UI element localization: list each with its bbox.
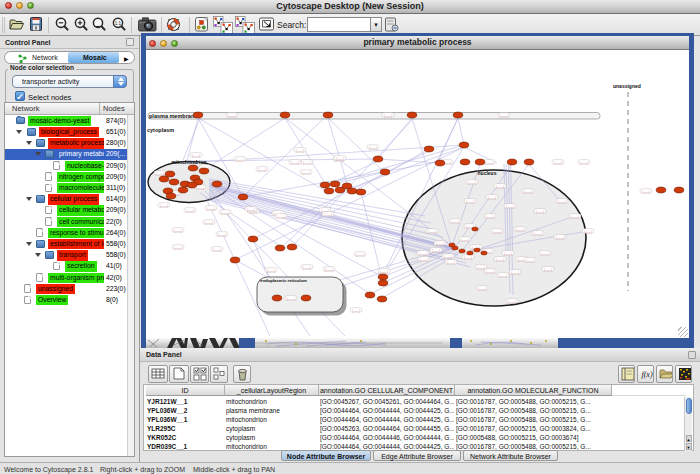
svg-text:(——): (——) [420, 258, 428, 262]
svg-text:(——): (——) [500, 114, 508, 118]
svg-text:(——): (——) [499, 274, 507, 278]
svg-text:(——): (——) [466, 200, 474, 204]
svg-text:(——): (——) [218, 233, 226, 237]
svg-text:(——): (——) [556, 236, 564, 240]
svg-text:(——): (——) [384, 114, 392, 118]
svg-text:(——): (——) [584, 230, 592, 234]
svg-text:(——): (——) [511, 271, 519, 275]
svg-text:(——): (——) [336, 157, 344, 161]
svg-text:(——): (——) [205, 221, 213, 225]
svg-text:(——): (——) [478, 287, 486, 291]
svg-text:(——): (——) [580, 161, 588, 165]
svg-text:(——): (——) [174, 229, 182, 233]
svg-text:unassigned: unassigned [613, 83, 641, 89]
svg-text:(——): (——) [369, 146, 377, 150]
svg-text:(——): (——) [516, 228, 524, 232]
svg-text:(——): (——) [642, 190, 650, 194]
svg-text:(——): (——) [325, 268, 333, 272]
svg-text:(——): (——) [493, 230, 501, 234]
svg-text:(——): (——) [156, 172, 164, 176]
svg-text:(——): (——) [544, 268, 552, 272]
svg-text:(——): (——) [464, 256, 472, 260]
svg-text:(——): (——) [236, 158, 244, 162]
svg-text:(——): (——) [352, 309, 360, 313]
svg-text:(——): (——) [302, 171, 310, 175]
svg-text:f(x): f(x) [641, 370, 652, 379]
svg-text:(——): (——) [380, 270, 388, 274]
svg-text:(——): (——) [291, 161, 299, 165]
svg-text:(——): (——) [554, 161, 562, 165]
svg-text:(——): (——) [571, 215, 579, 219]
svg-text:(——): (——) [524, 190, 532, 194]
svg-text:(——): (——) [444, 255, 452, 259]
svg-text:(——): (——) [428, 230, 436, 234]
svg-text:endoplasmic reticulum: endoplasmic reticulum [260, 278, 307, 283]
svg-text:(——): (——) [508, 300, 516, 304]
svg-text:(——): (——) [160, 204, 168, 208]
svg-text:(——): (——) [277, 215, 285, 219]
svg-text:(——): (——) [186, 209, 194, 213]
svg-text:(——): (——) [303, 161, 311, 165]
svg-text:(——): (——) [496, 258, 504, 262]
svg-text:(——): (——) [558, 200, 566, 204]
svg-text:(——): (——) [461, 238, 469, 242]
svg-text:(——): (——) [534, 232, 542, 236]
svg-text:(——): (——) [196, 186, 204, 190]
svg-text:(——): (——) [432, 249, 440, 253]
svg-text:(——): (——) [221, 211, 229, 215]
svg-text:(——): (——) [296, 149, 304, 153]
svg-text:(——): (——) [228, 114, 236, 118]
svg-text:(——): (——) [213, 248, 221, 252]
svg-text:cytoplasm: cytoplasm [147, 127, 174, 133]
svg-text:(——): (——) [287, 297, 295, 301]
svg-text:(——): (——) [451, 220, 459, 224]
svg-text:(——): (——) [192, 154, 200, 158]
svg-text:nucleus: nucleus [478, 170, 497, 176]
svg-text:(——): (——) [504, 252, 512, 256]
svg-text:(——): (——) [486, 270, 494, 274]
svg-text:(——): (——) [207, 207, 215, 211]
svg-text:(——): (——) [488, 196, 496, 200]
svg-text:mitochondrion: mitochondrion [172, 159, 207, 165]
svg-text:(——): (——) [356, 253, 364, 257]
svg-text:(——): (——) [506, 205, 514, 209]
svg-text:(——): (——) [247, 208, 255, 212]
svg-text:(——): (——) [324, 213, 332, 217]
svg-text:(——): (——) [536, 210, 544, 214]
svg-text:(——): (——) [258, 168, 266, 172]
svg-text:(——): (——) [485, 161, 493, 165]
svg-text:(——): (——) [526, 259, 534, 263]
svg-text:(——): (——) [447, 261, 455, 265]
svg-text:(——): (——) [468, 181, 476, 185]
svg-text:(——): (——) [541, 252, 549, 256]
svg-text:(——): (——) [477, 266, 485, 270]
svg-text:(——): (——) [267, 269, 275, 273]
svg-text:(——): (——) [496, 185, 504, 189]
svg-text:plasma membrane: plasma membrane [149, 113, 197, 119]
svg-text:1:1: 1:1 [115, 21, 122, 26]
svg-text:(——): (——) [174, 246, 182, 250]
svg-text:(——): (——) [436, 242, 444, 246]
svg-text:(——): (——) [419, 252, 427, 256]
svg-text:(——): (——) [303, 266, 311, 270]
svg-text:(——): (——) [486, 215, 494, 219]
